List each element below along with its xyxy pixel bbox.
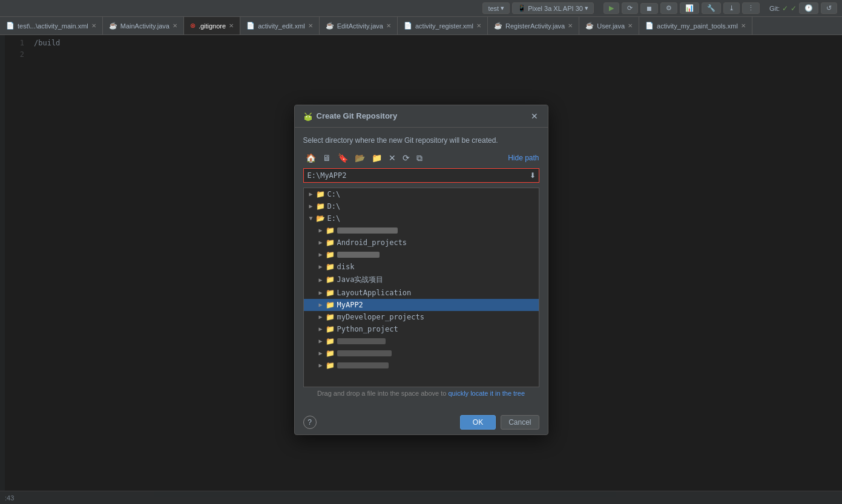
tab-label: activity_edit.xml xyxy=(258,22,305,30)
tab-gitignore[interactable]: ⊗ .gitignore ✕ xyxy=(184,17,240,34)
folder-icon: 📁 xyxy=(326,325,335,333)
tree-item-myapp2[interactable]: ▶ 📁 MyAPP2 xyxy=(304,299,539,311)
blurred-label3 xyxy=(337,338,386,344)
tree-item-blurred4[interactable]: ▶ 📁 xyxy=(304,347,539,359)
tree-label: Python_project xyxy=(337,325,398,333)
folder-icon: 📁 xyxy=(316,202,325,211)
cancel-button[interactable]: Cancel xyxy=(501,415,539,430)
tree-item-blurred5[interactable]: ▶ 📁 xyxy=(304,359,539,371)
folder-icon: 📁 xyxy=(326,263,335,271)
close-icon[interactable]: ✕ xyxy=(308,22,313,29)
more-button[interactable]: ⋮ xyxy=(742,2,760,14)
svg-point-2 xyxy=(306,116,307,117)
run-button[interactable]: ▶ xyxy=(604,2,619,14)
bookmark-button[interactable]: 🔖 xyxy=(335,152,350,164)
top-toolbar: test ▾ 📱 Pixel 3a XL API 30 ▾ ▶ ⟳ ⏹ ⚙ 📊 … xyxy=(0,0,842,17)
tree-item-layout-app[interactable]: ▶ 📁 LayoutApplication xyxy=(304,287,539,299)
tree-item-android-projects[interactable]: ▶ 📁 Android_projects xyxy=(304,237,539,249)
close-icon[interactable]: ✕ xyxy=(91,22,96,29)
folder-icon: 📁 xyxy=(326,238,335,247)
copy-path-button[interactable]: ⧉ xyxy=(414,152,425,165)
close-icon[interactable]: ✕ xyxy=(386,22,391,29)
close-icon[interactable]: ✕ xyxy=(568,22,573,29)
ok-button[interactable]: OK xyxy=(460,415,496,430)
tools-button[interactable]: 🔧 xyxy=(702,2,721,14)
undo-button[interactable]: ↺ xyxy=(821,2,837,14)
tab-label: test\...\activity_main.xml xyxy=(18,22,88,30)
arrow-icon: ▼ xyxy=(306,215,316,221)
folder-icon: 📁 xyxy=(326,361,335,370)
stop-button[interactable]: ⏹ xyxy=(640,3,658,14)
tree-item-c[interactable]: ▶ 📁 C:\ xyxy=(304,188,539,200)
delete-button[interactable]: ✕ xyxy=(386,152,398,164)
tree-item-blurred1[interactable]: ▶ 📁 xyxy=(304,224,539,237)
close-icon[interactable]: ✕ xyxy=(741,22,746,29)
home-button[interactable]: 🏠 xyxy=(303,152,318,164)
settings-button[interactable]: ⚙ xyxy=(660,2,677,14)
dialog-overlay: Create Git Repository ✕ Select directory… xyxy=(0,35,842,504)
tab-mainactivity[interactable]: ☕ MainActivity.java ✕ xyxy=(103,17,184,34)
tree-item-java-projects[interactable]: ▶ 📁 Java实战项目 xyxy=(304,273,539,287)
tab-label: activity_register.xml xyxy=(415,22,473,30)
refresh-button[interactable]: ⟳ xyxy=(400,152,412,164)
create-git-dialog: Create Git Repository ✕ Select directory… xyxy=(294,105,548,435)
close-icon[interactable]: ✕ xyxy=(173,22,177,29)
tree-item-blurred2[interactable]: ▶ 📁 xyxy=(304,249,539,261)
path-expand-button[interactable]: ⬇ xyxy=(527,169,539,182)
run-config-btn[interactable]: test ▾ xyxy=(482,2,510,14)
tab-paint-tools[interactable]: 📄 activity_my_paint_tools.xml ✕ xyxy=(639,17,752,34)
tab-activity-register[interactable]: 📄 activity_register.xml ✕ xyxy=(398,17,488,34)
path-input[interactable] xyxy=(304,169,527,182)
dialog-title-text: Create Git Repository xyxy=(317,111,398,120)
xml-file-icon: 📄 xyxy=(6,22,15,30)
tab-activity-main[interactable]: 📄 test\...\activity_main.xml ✕ xyxy=(0,17,103,34)
svg-rect-1 xyxy=(304,116,312,120)
tree-item-python-project[interactable]: ▶ 📁 Python_project xyxy=(304,323,539,335)
new-folder-btn[interactable]: 📂 xyxy=(352,152,367,164)
tree-label: Java实战项目 xyxy=(337,275,384,285)
dialog-title-bar: Create Git Repository ✕ xyxy=(295,105,548,128)
tree-label: D:\ xyxy=(327,202,341,211)
folder-icon: 📁 xyxy=(326,301,335,309)
tree-item-blurred3[interactable]: ▶ 📁 xyxy=(304,335,539,347)
tree-item-e[interactable]: ▼ 📂 E:\ xyxy=(304,212,539,224)
tab-label: EditActivity.java xyxy=(337,22,383,30)
sync-button[interactable]: ⤓ xyxy=(723,2,740,14)
tree-item-mydev-projects[interactable]: ▶ 📁 myDeveloper_projects xyxy=(304,311,539,323)
tree-label: Android_projects xyxy=(337,238,407,247)
tab-editactivity[interactable]: ☕ EditActivity.java ✕ xyxy=(320,17,398,34)
tab-user[interactable]: ☕ User.java ✕ xyxy=(579,17,639,34)
folder-button[interactable]: 📁 xyxy=(369,152,384,164)
drag-drop-link[interactable]: quickly locate it in the tree xyxy=(448,390,525,397)
arrow-icon: ▶ xyxy=(316,227,326,234)
arrow-icon: ▶ xyxy=(306,203,316,209)
svg-point-3 xyxy=(309,116,310,117)
dialog-inner-toolbar: 🏠 🖥 🔖 📂 📁 ✕ ⟳ ⧉ Hide path xyxy=(303,152,539,165)
tree-label: myDeveloper_projects xyxy=(337,313,425,321)
profiler-button[interactable]: 📊 xyxy=(680,2,699,14)
help-button[interactable]: ? xyxy=(303,416,317,429)
device-btn[interactable]: 📱 Pixel 3a XL API 30 ▾ xyxy=(512,2,594,14)
close-icon[interactable]: ✕ xyxy=(476,22,481,29)
desktop-button[interactable]: 🖥 xyxy=(320,152,334,164)
dialog-description: Select directory where the new Git repos… xyxy=(303,136,539,145)
drag-drop-hint: Drag and drop a file into the space abov… xyxy=(303,387,539,402)
arrow-icon: ▶ xyxy=(316,301,326,308)
tab-activity-edit[interactable]: 📄 activity_edit.xml ✕ xyxy=(240,17,320,34)
history-button[interactable]: 🕐 xyxy=(799,2,818,14)
dialog-close-button[interactable]: ✕ xyxy=(530,111,539,121)
tab-registeractivity[interactable]: ☕ RegisterActivity.java ✕ xyxy=(488,17,579,34)
close-icon[interactable]: ✕ xyxy=(229,22,234,29)
java-file-icon4: ☕ xyxy=(585,22,594,30)
arrow-icon: ▶ xyxy=(316,263,326,270)
tab-label: User.java xyxy=(597,22,625,30)
tree-item-d[interactable]: ▶ 📁 D:\ xyxy=(304,200,539,212)
tree-view[interactable]: ▶ 📁 C:\ ▶ 📁 D:\ ▼ 📂 E:\ xyxy=(303,188,539,387)
folder-icon: 📁 xyxy=(326,250,335,259)
hide-path-link[interactable]: Hide path xyxy=(508,154,539,162)
close-icon[interactable]: ✕ xyxy=(628,22,633,29)
folder-icon: 📁 xyxy=(316,190,325,198)
blurred-label xyxy=(337,227,398,234)
rerun-button[interactable]: ⟳ xyxy=(622,2,638,14)
tree-item-disk[interactable]: ▶ 📁 disk xyxy=(304,261,539,273)
